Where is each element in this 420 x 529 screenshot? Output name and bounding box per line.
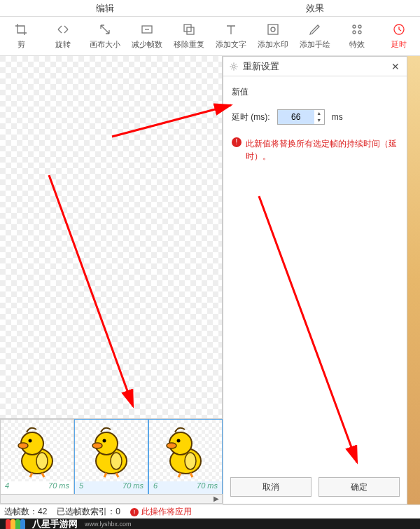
svg-point-15 (36, 453, 48, 469)
svg-point-24 (177, 439, 181, 443)
spin-down-button[interactable]: ▼ (314, 117, 324, 124)
cancel-button[interactable]: 取消 (230, 477, 312, 497)
svg-point-14 (29, 439, 32, 443)
delay-unit: ms (332, 112, 343, 122)
reset-panel: 重新设置 ✕ 新值 延时 (ms): ▲ ▼ ms ! 此新值将替换所有选定帧的… (223, 56, 407, 504)
add-text-tool[interactable]: 添加文字 (210, 17, 252, 55)
frame-item[interactable]: 570 ms (74, 419, 148, 495)
selected-index: 已选帧数索引：0 (57, 506, 120, 518)
svg-point-10 (232, 64, 235, 67)
delay-field-label: 延时 (ms): (232, 111, 270, 123)
fx-icon (350, 22, 364, 36)
svg-point-23 (167, 443, 176, 448)
svg-rect-3 (268, 25, 278, 34)
clock-icon (392, 22, 406, 36)
delay-spinbox[interactable]: ▲ ▼ (277, 109, 325, 125)
svg-point-20 (111, 453, 122, 469)
pending-apply-text: 此操作将应用 (141, 506, 192, 518)
svg-point-6 (358, 25, 361, 28)
reduce-label: 减少帧数 (132, 39, 162, 50)
pencil-icon (308, 22, 322, 36)
svg-point-5 (353, 25, 356, 28)
panel-title: 重新设置 (243, 60, 386, 73)
tab-edit[interactable]: 编辑 (0, 0, 210, 16)
rotate-tool[interactable]: 旋转 (42, 17, 84, 55)
svg-point-19 (103, 439, 106, 443)
brand-logo-icon (6, 519, 25, 529)
toolbar: 剪 旋转 画布大小 减少帧数 移除重复 添加文字 添加水印 添加手绘 特效 延时 (0, 17, 420, 56)
frame-ms: 70 ms (197, 481, 218, 494)
frame-thumb (149, 420, 222, 481)
reduce-frames-icon (140, 22, 154, 36)
selected-count: 选帧数：42 (4, 506, 47, 518)
text-icon (224, 22, 238, 36)
footer-brand: 八星手游网 www.lyshbx.com (0, 518, 420, 529)
fx-tool[interactable]: 特效 (336, 17, 378, 55)
duck-icon (161, 422, 210, 479)
addtext-label: 添加文字 (216, 39, 246, 50)
duck-icon (87, 422, 136, 479)
frame-thumb (1, 420, 74, 481)
status-bar: 选帧数：42 已选帧数索引：0 !此操作将应用 (0, 504, 420, 518)
gear-icon (229, 62, 239, 71)
delay-label: 延时 (391, 39, 407, 50)
delay-tool[interactable]: 延时 (378, 17, 420, 55)
brand-site: www.lyshbx.com (85, 521, 132, 528)
svg-point-25 (185, 453, 196, 469)
warning-icon: ! (232, 137, 241, 147)
frame-ms: 70 ms (122, 481, 144, 494)
frame-item[interactable]: 670 ms (148, 419, 223, 495)
adddraw-label: 添加手绘 (300, 39, 330, 50)
svg-point-8 (358, 31, 361, 34)
remove-dup-tool[interactable]: 移除重复 (168, 17, 210, 55)
crop-icon (14, 22, 28, 36)
reduce-frames-tool[interactable]: 减少帧数 (126, 17, 168, 55)
brand-name: 八星手游网 (32, 518, 78, 530)
frame-index: 6 (153, 481, 158, 494)
warning-text: 此新值将替换所有选定帧的持续时间（延时）。 (246, 137, 398, 163)
delay-input[interactable] (278, 110, 314, 124)
svg-rect-2 (187, 27, 194, 34)
svg-point-13 (18, 443, 28, 448)
background-strip (407, 56, 420, 504)
canvas-label: 画布大小 (90, 39, 120, 50)
svg-rect-1 (184, 25, 191, 32)
fx-label: 特效 (349, 39, 365, 50)
add-draw-tool[interactable]: 添加手绘 (294, 17, 336, 55)
rotate-icon (56, 22, 70, 36)
frame-index: 4 (5, 481, 9, 494)
frame-thumb (75, 420, 148, 481)
ok-button[interactable]: 确定 (318, 477, 400, 497)
frame-item[interactable]: 470 ms (0, 419, 74, 495)
removedup-label: 移除重复 (174, 39, 204, 50)
scroll-right-button[interactable]: ▶ (0, 494, 223, 504)
frame-strip: 470 ms 570 ms 670 ms (0, 418, 223, 495)
rotate-label: 旋转 (55, 39, 71, 50)
frame-ms: 70 ms (48, 481, 69, 494)
watermark-label: 添加水印 (258, 39, 288, 50)
tab-effect[interactable]: 效果 (210, 0, 420, 16)
expand-icon (98, 22, 112, 36)
spin-up-button[interactable]: ▲ (314, 110, 324, 117)
svg-point-7 (353, 31, 356, 34)
canvas-size-tool[interactable]: 画布大小 (84, 17, 126, 55)
remove-dup-icon (182, 22, 196, 36)
duck-icon (13, 422, 62, 479)
crop-tool[interactable]: 剪 (0, 17, 42, 55)
panel-close-button[interactable]: ✕ (390, 61, 401, 72)
new-value-label: 新值 (232, 86, 398, 98)
frame-index: 5 (79, 481, 83, 494)
add-watermark-tool[interactable]: 添加水印 (252, 17, 294, 55)
warning-icon: ! (130, 508, 139, 516)
crop-label: 剪 (18, 39, 25, 50)
svg-point-18 (92, 443, 102, 448)
canvas-area[interactable] (0, 56, 223, 459)
svg-point-4 (271, 27, 275, 32)
watermark-icon (266, 22, 280, 36)
